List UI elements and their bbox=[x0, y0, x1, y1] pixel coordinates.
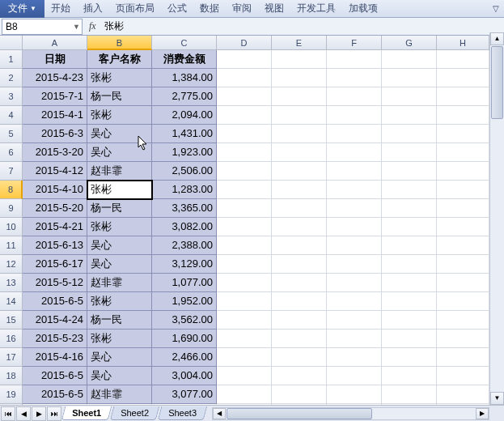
cell[interactable] bbox=[327, 255, 382, 274]
cell[interactable]: 3,562.00 bbox=[152, 311, 217, 330]
cell[interactable]: 2015-4-21 bbox=[23, 218, 87, 236]
cell[interactable]: 2015-4-10 bbox=[23, 181, 87, 199]
cell[interactable] bbox=[437, 218, 489, 236]
cell[interactable]: 吴心 bbox=[87, 348, 152, 367]
cell[interactable] bbox=[272, 87, 327, 106]
cell[interactable] bbox=[382, 87, 437, 106]
cell[interactable] bbox=[382, 367, 437, 385]
cell[interactable] bbox=[437, 255, 489, 274]
cell[interactable]: 2,775.00 bbox=[152, 87, 217, 106]
formula-input[interactable] bbox=[101, 19, 504, 35]
cell[interactable] bbox=[437, 311, 489, 330]
cell[interactable] bbox=[382, 125, 437, 143]
row-header[interactable]: 6 bbox=[0, 143, 23, 162]
cell[interactable] bbox=[272, 311, 327, 330]
ribbon-tab[interactable]: 加载项 bbox=[342, 0, 384, 16]
cell[interactable]: 张彬 bbox=[87, 292, 152, 311]
cell[interactable] bbox=[272, 143, 327, 162]
cell[interactable]: 1,431.00 bbox=[152, 125, 217, 143]
cell[interactable] bbox=[327, 385, 382, 404]
cell[interactable] bbox=[217, 330, 272, 348]
cell[interactable]: 2015-5-12 bbox=[23, 274, 87, 292]
cell[interactable]: 2015-6-5 bbox=[23, 385, 87, 404]
cell[interactable] bbox=[437, 385, 489, 404]
cell[interactable] bbox=[327, 218, 382, 236]
column-header[interactable]: F bbox=[327, 36, 382, 50]
cell[interactable] bbox=[382, 274, 437, 292]
cell[interactable] bbox=[217, 143, 272, 162]
scroll-right-icon[interactable]: ▶ bbox=[476, 408, 489, 419]
ribbon-tab[interactable]: 开发工具 bbox=[290, 0, 342, 16]
cell[interactable]: 2015-4-1 bbox=[23, 106, 87, 125]
cell[interactable] bbox=[217, 218, 272, 236]
cell[interactable] bbox=[272, 181, 327, 199]
cell[interactable] bbox=[217, 348, 272, 367]
ribbon-tab[interactable]: 数据 bbox=[193, 0, 226, 16]
cell[interactable] bbox=[437, 143, 489, 162]
cell[interactable] bbox=[272, 367, 327, 385]
cell[interactable] bbox=[217, 311, 272, 330]
cell[interactable]: 2015-4-23 bbox=[23, 69, 87, 87]
cell[interactable] bbox=[327, 50, 382, 69]
vertical-scrollbar[interactable]: ▲ ▼ bbox=[489, 32, 504, 405]
cell[interactable] bbox=[217, 274, 272, 292]
cell[interactable]: 杨一民 bbox=[87, 87, 152, 106]
row-header[interactable]: 5 bbox=[0, 125, 23, 143]
cell[interactable]: 张彬 bbox=[87, 106, 152, 125]
cell[interactable] bbox=[382, 330, 437, 348]
column-header[interactable]: H bbox=[437, 36, 489, 50]
cell[interactable] bbox=[327, 274, 382, 292]
row-header[interactable]: 15 bbox=[0, 311, 23, 330]
ribbon-tab[interactable]: 插入 bbox=[77, 0, 109, 16]
cell[interactable] bbox=[382, 162, 437, 181]
cell[interactable] bbox=[327, 143, 382, 162]
cell[interactable]: 3,082.00 bbox=[152, 218, 217, 236]
cell[interactable] bbox=[217, 125, 272, 143]
cell[interactable]: 赵非霏 bbox=[87, 162, 152, 181]
cell[interactable]: 客户名称 bbox=[87, 50, 152, 69]
cell[interactable] bbox=[437, 236, 489, 255]
cell[interactable] bbox=[437, 162, 489, 181]
cell[interactable]: 1,952.00 bbox=[152, 292, 217, 311]
cell[interactable]: 2,466.00 bbox=[152, 348, 217, 367]
cell[interactable]: 吴心 bbox=[87, 236, 152, 255]
cell[interactable] bbox=[217, 367, 272, 385]
cell[interactable] bbox=[382, 255, 437, 274]
row-header[interactable]: 3 bbox=[0, 87, 23, 106]
cell[interactable] bbox=[437, 87, 489, 106]
cell[interactable] bbox=[327, 181, 382, 199]
cell[interactable] bbox=[272, 348, 327, 367]
sheet-tab[interactable]: Sheet2 bbox=[110, 406, 159, 420]
sheet-nav-last[interactable]: ⏭ bbox=[47, 406, 61, 421]
cell[interactable] bbox=[382, 69, 437, 87]
cell[interactable] bbox=[272, 385, 327, 404]
cell[interactable]: 消费金额 bbox=[152, 50, 217, 69]
cell[interactable] bbox=[382, 199, 437, 218]
sheet-nav-next[interactable]: ▶ bbox=[32, 406, 46, 421]
cell[interactable]: 2015-5-20 bbox=[23, 199, 87, 218]
row-header[interactable]: 1 bbox=[0, 50, 23, 69]
cell[interactable] bbox=[272, 218, 327, 236]
cell[interactable] bbox=[327, 236, 382, 255]
cell[interactable] bbox=[382, 236, 437, 255]
cell[interactable] bbox=[327, 69, 382, 87]
cell[interactable] bbox=[382, 50, 437, 69]
cell[interactable] bbox=[437, 330, 489, 348]
cell[interactable] bbox=[272, 162, 327, 181]
cell[interactable] bbox=[272, 255, 327, 274]
row-header[interactable]: 2 bbox=[0, 69, 23, 87]
cell[interactable] bbox=[382, 385, 437, 404]
cell[interactable] bbox=[272, 125, 327, 143]
cell[interactable] bbox=[327, 367, 382, 385]
sheet-nav-prev[interactable]: ◀ bbox=[16, 406, 31, 421]
cell[interactable] bbox=[382, 143, 437, 162]
cell[interactable]: 赵非霏 bbox=[87, 385, 152, 404]
cell[interactable]: 张彬 bbox=[87, 69, 152, 87]
cell[interactable] bbox=[272, 50, 327, 69]
cell[interactable] bbox=[217, 69, 272, 87]
cell[interactable] bbox=[272, 69, 327, 87]
cell[interactable]: 2015-4-12 bbox=[23, 162, 87, 181]
cell[interactable] bbox=[327, 106, 382, 125]
cell[interactable] bbox=[437, 181, 489, 199]
cell[interactable]: 2,094.00 bbox=[152, 106, 217, 125]
